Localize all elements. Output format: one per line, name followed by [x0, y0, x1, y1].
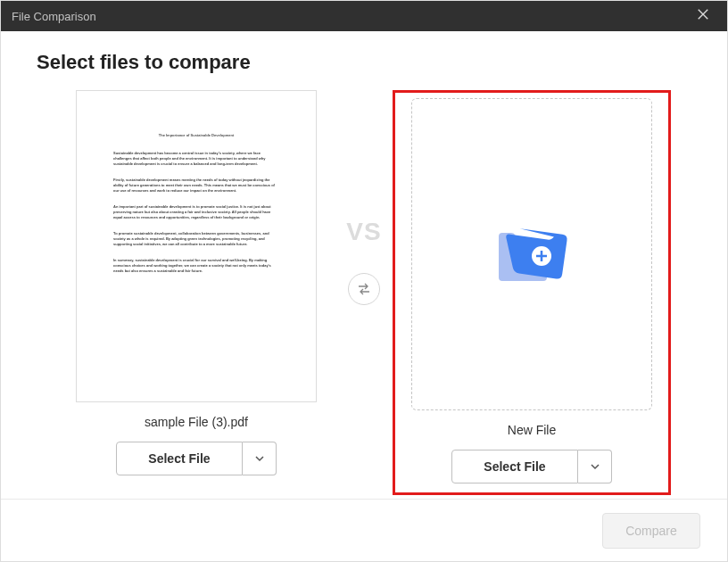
left-panel: The Importance of Sustainable Developmen…: [57, 90, 335, 495]
right-select-row: Select File: [451, 450, 612, 483]
footer: Compare: [1, 499, 727, 561]
swap-button[interactable]: [348, 273, 380, 305]
middle-column: VS: [335, 28, 393, 495]
compare-row: The Importance of Sustainable Developmen…: [37, 90, 691, 495]
left-select-row: Select File: [116, 442, 277, 475]
doc-para: Sustainable development has become a cen…: [113, 151, 279, 167]
doc-para: An important part of sustainable develop…: [113, 204, 279, 220]
left-filename: sample File (3).pdf: [145, 415, 248, 429]
vs-label: VS: [346, 218, 381, 246]
doc-title: The Importance of Sustainable Developmen…: [113, 133, 279, 138]
doc-para: In summary, sustainable development is c…: [113, 258, 279, 274]
right-preview-dropzone[interactable]: [411, 98, 652, 410]
select-file-button-right[interactable]: Select File: [451, 450, 578, 483]
content-area: Select files to compare The Importance o…: [1, 31, 727, 495]
window-title: File Comparison: [12, 10, 96, 23]
left-preview[interactable]: The Importance of Sustainable Developmen…: [76, 90, 317, 402]
select-file-button-left[interactable]: Select File: [116, 442, 243, 475]
compare-button[interactable]: Compare: [602, 513, 700, 549]
doc-para: Firstly, sustainable development means m…: [113, 178, 279, 194]
select-file-dropdown-left[interactable]: [243, 442, 277, 475]
chevron-down-icon: [254, 453, 265, 464]
doc-para: To promote sustainable development, coll…: [113, 231, 279, 247]
swap-icon: [357, 282, 371, 296]
right-panel: New File Select File: [393, 90, 671, 495]
titlebar: File Comparison: [1, 1, 727, 31]
chevron-down-icon: [590, 461, 600, 472]
document-thumbnail: The Importance of Sustainable Developmen…: [94, 108, 299, 384]
select-file-dropdown-right[interactable]: [578, 450, 612, 483]
right-filename: New File: [508, 423, 556, 437]
add-folder-icon: [492, 219, 572, 290]
close-icon[interactable]: [690, 4, 716, 28]
